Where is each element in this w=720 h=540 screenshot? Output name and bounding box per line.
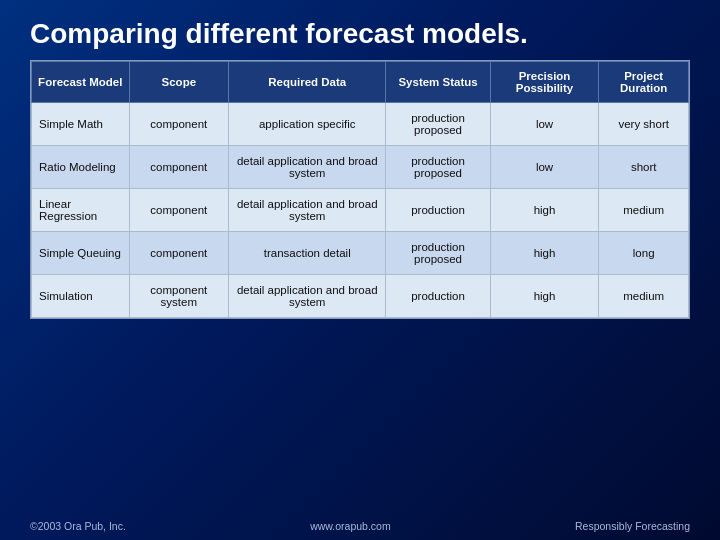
cell-r2-c4: high [490,189,599,232]
cell-r4-c3: production [386,275,490,318]
footer: ©2003 Ora Pub, Inc. www.orapub.com Respo… [30,520,690,532]
cell-r3-c1: component [129,232,228,275]
col-header-model: Forecast Model [32,62,130,103]
cell-r4-c5: medium [599,275,689,318]
cell-r3-c3: production proposed [386,232,490,275]
cell-r0-c2: application specific [229,103,386,146]
footer-center: www.orapub.com [310,520,391,532]
col-header-required-data: Required Data [229,62,386,103]
table-header-row: Forecast Model Scope Required Data Syste… [32,62,689,103]
cell-r4-c4: high [490,275,599,318]
col-header-duration: Project Duration [599,62,689,103]
cell-r1-c0: Ratio Modeling [32,146,130,189]
cell-r4-c2: detail application and broad system [229,275,386,318]
cell-r1-c3: production proposed [386,146,490,189]
footer-right: Responsibly Forecasting [575,520,690,532]
cell-r1-c4: low [490,146,599,189]
page-title: Comparing different forecast models. [0,0,720,60]
col-header-scope: Scope [129,62,228,103]
cell-r0-c4: low [490,103,599,146]
table-row: Ratio Modelingcomponentdetail applicatio… [32,146,689,189]
cell-r3-c2: transaction detail [229,232,386,275]
table-row: Simple Queuingcomponenttransaction detai… [32,232,689,275]
cell-r0-c1: component [129,103,228,146]
cell-r4-c0: Simulation [32,275,130,318]
cell-r1-c1: component [129,146,228,189]
cell-r2-c5: medium [599,189,689,232]
col-header-system-status: System Status [386,62,490,103]
cell-r2-c2: detail application and broad system [229,189,386,232]
table-row: Simulationcomponent systemdetail applica… [32,275,689,318]
cell-r1-c2: detail application and broad system [229,146,386,189]
cell-r0-c3: production proposed [386,103,490,146]
cell-r3-c0: Simple Queuing [32,232,130,275]
cell-r3-c5: long [599,232,689,275]
cell-r2-c0: Linear Regression [32,189,130,232]
cell-r4-c1: component system [129,275,228,318]
footer-left: ©2003 Ora Pub, Inc. [30,520,126,532]
cell-r2-c1: component [129,189,228,232]
table-row: Simple Mathcomponentapplication specific… [32,103,689,146]
table-row: Linear Regressioncomponentdetail applica… [32,189,689,232]
cell-r0-c5: very short [599,103,689,146]
cell-r3-c4: high [490,232,599,275]
cell-r0-c0: Simple Math [32,103,130,146]
cell-r1-c5: short [599,146,689,189]
comparison-table-container: Forecast Model Scope Required Data Syste… [30,60,690,319]
col-header-precision: Precision Possibility [490,62,599,103]
forecast-table: Forecast Model Scope Required Data Syste… [31,61,689,318]
cell-r2-c3: production [386,189,490,232]
